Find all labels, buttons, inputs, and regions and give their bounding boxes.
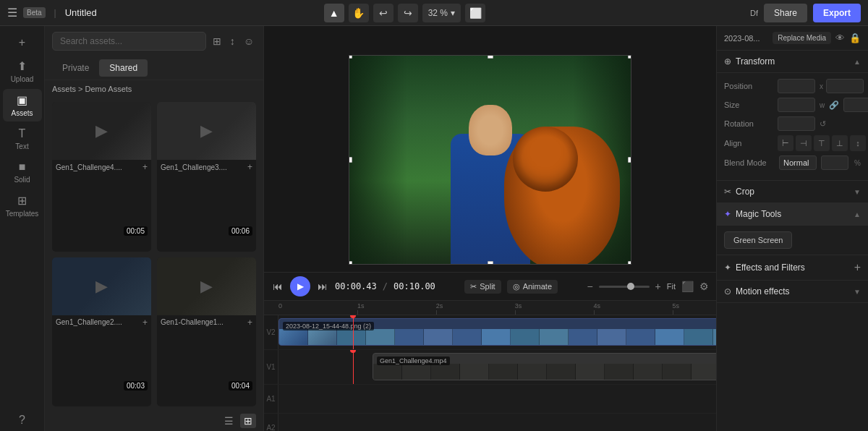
sort-button[interactable]: ↕ — [228, 33, 237, 49]
track-label-v1: V1 — [264, 350, 278, 384]
list-view-button[interactable]: ☰ — [221, 414, 237, 428]
sidebar-item-solid[interactable]: ■ Solid — [3, 156, 42, 188]
select-tool-button[interactable]: ▲ — [324, 4, 344, 22]
position-y-input[interactable]: 540 — [826, 79, 864, 93]
zoom-slider[interactable] — [599, 286, 650, 288]
handle-bottom-mid[interactable] — [488, 261, 493, 265]
transform-header[interactable]: ⊕ Transform ▲ — [717, 51, 868, 73]
zoom-button[interactable]: 32 % ▾ — [422, 4, 461, 22]
df-label: Df — [750, 9, 758, 17]
sidebar-item-help[interactable]: ? — [3, 409, 42, 431]
sidebar-item-upload[interactable]: ⬆ Upload — [3, 55, 42, 88]
align-center-h-button[interactable]: ⊣ — [796, 135, 812, 151]
redo-button[interactable]: ↪ — [398, 4, 418, 22]
sidebar-item-add[interactable]: + — [3, 32, 42, 54]
export-button[interactable]: Export — [813, 4, 861, 22]
handle-mid-left[interactable] — [349, 157, 352, 163]
add-asset-button[interactable]: + — [142, 162, 148, 172]
motion-effects-header[interactable]: ⊙ Motion effects ▼ — [717, 281, 868, 303]
grid-view-button[interactable]: ⊞ — [240, 414, 256, 428]
undo-button[interactable]: ↩ — [373, 4, 393, 22]
track-content-v1[interactable]: Gen1_Challenge4.mp4 — [278, 350, 716, 384]
clip-v1[interactable]: Gen1_Challenge4.mp4 — [373, 353, 716, 380]
settings-button[interactable]: ⚙ — [699, 281, 709, 292]
next-frame-button[interactable]: ⏭ — [316, 279, 329, 294]
handle-bottom-left[interactable] — [349, 261, 352, 265]
emoji-button[interactable]: ☺ — [242, 33, 256, 49]
add-asset-button[interactable]: + — [247, 162, 252, 172]
tab-shared[interactable]: Shared — [99, 59, 148, 77]
split-button[interactable]: ✂ Split — [464, 280, 501, 294]
play-button[interactable]: ▶ — [290, 276, 310, 296]
rotation-input[interactable]: 0° — [778, 116, 815, 131]
monitor-button[interactable]: ⬜ — [465, 4, 485, 22]
transform-section: ⊕ Transform ▲ Position 960 x 540 Y Size … — [717, 51, 868, 181]
handle-top-mid[interactable] — [488, 55, 493, 59]
effects-header[interactable]: ✦ Effects and Filters + — [717, 255, 868, 281]
opacity-input[interactable]: 100 — [821, 155, 848, 170]
aspect-ratio-button[interactable]: ⬛ — [681, 281, 694, 292]
clip-v2[interactable]: 2023-08-12_15-44-48.png (2) — [278, 318, 716, 346]
link-proportions-button[interactable]: 🔗 — [827, 101, 841, 110]
magic-tools-header[interactable]: ✦ Magic Tools ▲ — [717, 203, 868, 226]
add-effect-button[interactable]: + — [854, 261, 861, 274]
playhead-v1[interactable] — [353, 350, 354, 384]
timeline: ⏮ ▶ ⏭ 00:00.43 / 00:10.00 ✂ Split ◎ Anim… — [264, 272, 716, 431]
timecode-current: 00:00.43 — [335, 281, 377, 291]
blend-mode-select[interactable]: Normal — [779, 155, 817, 170]
handle-top-right[interactable] — [628, 55, 631, 59]
size-w-input[interactable]: 1084 — [778, 98, 815, 112]
beta-badge: Beta — [23, 7, 46, 18]
minus-zoom-button[interactable]: − — [587, 281, 592, 292]
list-item[interactable]: ▶ 00:04 Gen1-Challenge1... + — [157, 257, 256, 407]
separator: | — [54, 8, 56, 18]
playhead[interactable] — [353, 315, 354, 349]
sidebar-item-assets[interactable]: ▣ Assets — [3, 89, 42, 121]
clip-v2-label: 2023-08-12_15-44-48.png (2) — [283, 322, 374, 330]
replace-media-button[interactable]: Replace Media — [773, 32, 831, 44]
list-item[interactable]: ▶ 00:06 Gen1_Challenge3.... + — [157, 102, 256, 252]
timeline-tracks: V2 2023-08-12_15-44-48.png (2) — [264, 315, 716, 431]
align-center-v-button[interactable]: ↕ — [850, 135, 866, 151]
clip-v1-label: Gen1_Challenge4.mp4 — [377, 357, 450, 365]
motion-effects-title: Motion effects — [736, 286, 854, 296]
handle-bottom-right[interactable] — [628, 261, 631, 265]
filter-button[interactable]: ⊞ — [210, 33, 224, 49]
track-content-v2[interactable]: 2023-08-12_15-44-48.png (2) — [278, 315, 716, 349]
align-left-button[interactable]: ⊢ — [778, 135, 793, 151]
search-input[interactable] — [52, 32, 206, 51]
visibility-toggle-button[interactable]: 👁 — [835, 33, 845, 43]
sidebar-item-templates[interactable]: ⊞ Templates — [3, 189, 42, 222]
position-x-input[interactable]: 960 — [778, 79, 815, 93]
add-asset-button[interactable]: + — [247, 317, 252, 328]
crop-header[interactable]: ✂ Crop ▼ — [717, 181, 868, 203]
breadcrumb-root[interactable]: Assets — [52, 85, 76, 93]
add-asset-button[interactable]: + — [142, 317, 148, 328]
prev-frame-button[interactable]: ⏮ — [271, 279, 284, 294]
track-label-v2: V2 — [264, 315, 278, 349]
align-top-button[interactable]: ⊥ — [832, 135, 848, 151]
canvas-preview[interactable] — [349, 55, 631, 265]
rotation-reset-button[interactable]: ↺ — [818, 119, 827, 129]
menu-button[interactable]: ☰ — [7, 6, 17, 20]
handle-top-left[interactable] — [349, 55, 352, 59]
effects-section: ✦ Effects and Filters + — [717, 255, 868, 281]
size-h-input[interactable]: 1080 — [843, 98, 868, 112]
green-screen-button[interactable]: Green Screen — [724, 231, 792, 249]
position-label: Position — [724, 82, 775, 90]
lock-button[interactable]: 🔒 — [849, 33, 861, 43]
animate-button[interactable]: ◎ Animate — [507, 280, 558, 294]
hand-tool-button[interactable]: ✋ — [349, 4, 369, 22]
track-v2: V2 2023-08-12_15-44-48.png (2) — [264, 315, 716, 350]
plus-zoom-button[interactable]: + — [655, 281, 661, 292]
main-layout: + ⬆ Upload ▣ Assets T Text ■ Solid ⊞ Tem… — [0, 26, 868, 431]
list-item[interactable]: ▶ 00:03 Gen1_Challenge2.... + — [52, 257, 151, 407]
align-right-button[interactable]: ⊤ — [814, 135, 830, 151]
handle-mid-right[interactable] — [628, 157, 631, 163]
list-item[interactable]: ▶ 00:05 Gen1_Challenge4.... + — [52, 102, 151, 252]
sidebar-item-text[interactable]: T Text — [3, 123, 42, 155]
breadcrumb-folder[interactable]: Demo Assets — [85, 85, 132, 93]
tab-private[interactable]: Private — [52, 59, 99, 77]
share-button[interactable]: Share — [764, 4, 807, 22]
fit-button[interactable]: Fit — [667, 282, 676, 291]
